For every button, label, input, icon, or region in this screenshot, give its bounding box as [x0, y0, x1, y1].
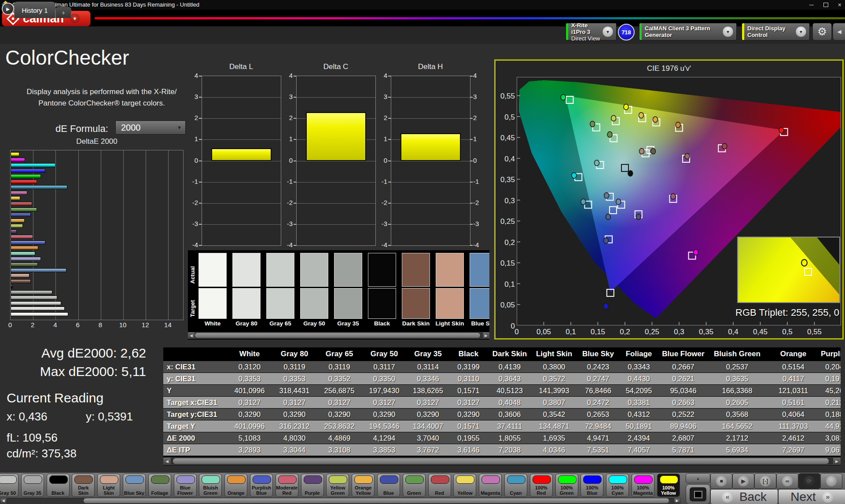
tab-overflow-button[interactable]: ▶: [2, 3, 14, 15]
toolbar-scrollbar-thumb[interactable]: [84, 498, 669, 503]
pattern-color-chip: [24, 475, 42, 484]
table-cell: 0,3352: [317, 373, 362, 384]
pattern-color-chip: [100, 475, 118, 484]
delta-mini-chart: [391, 76, 470, 246]
pattern-color-chip: [304, 475, 322, 484]
collapse-panel-button[interactable]: ◀: [833, 23, 845, 40]
pattern-button-blue-sky[interactable]: Blue Sky: [123, 474, 146, 497]
cie-y-tick: 0,45: [496, 134, 515, 142]
pattern-button-red[interactable]: Red: [428, 474, 451, 497]
pattern-button-bluish-green[interactable]: Bluish Green: [199, 474, 222, 497]
pattern-button-100-green[interactable]: 100% Green: [555, 474, 578, 497]
extra-button[interactable]: [820, 473, 842, 489]
pattern-button-100-blue[interactable]: 100% Blue: [580, 474, 603, 497]
refresh-button[interactable]: ⟳: [798, 473, 820, 489]
table-scrollbar-thumb[interactable]: [173, 458, 829, 464]
table-cell: 4,8030: [272, 432, 317, 444]
pattern-button-black[interactable]: Black: [47, 474, 70, 497]
swatch-label: Gray 65: [263, 320, 298, 329]
tick-mark: [388, 76, 391, 77]
mini-y-tick: -3: [473, 220, 486, 227]
pattern-button-dark-skin[interactable]: Dark Skin: [72, 474, 95, 497]
scroll-right-button[interactable]: ▶: [483, 332, 489, 339]
table-cell: 89,9406: [658, 420, 709, 432]
tick-mark: [470, 245, 473, 246]
close-icon[interactable]: ×: [838, 0, 841, 10]
pattern-button-yellow[interactable]: Yellow: [453, 474, 476, 497]
table-cell: 401,0996: [227, 420, 272, 432]
de-formula-select[interactable]: 2000 ▼: [115, 121, 186, 135]
settings-button[interactable]: ⚙: [812, 23, 832, 40]
maximize-icon[interactable]: [823, 3, 828, 7]
table-cell: 0,2472: [577, 397, 620, 408]
strip-scrollbar-thumb[interactable]: [195, 333, 480, 338]
pattern-button-magenta[interactable]: Magenta: [479, 474, 502, 497]
title-bar: Calman 2025 Calman Ultimate for Business…: [0, 0, 845, 10]
display-control-dropdown[interactable]: Direct Display Control ▼: [742, 23, 810, 40]
scroll-left-button[interactable]: ◀: [188, 332, 195, 339]
scroll-right-button[interactable]: ▶: [674, 498, 680, 504]
add-tab-button[interactable]: +: [55, 7, 71, 18]
next-button[interactable]: Next »: [778, 489, 845, 504]
pattern-button-100-cyan[interactable]: 100% Cyan: [606, 474, 629, 497]
pattern-button-100-red[interactable]: 100% Red: [530, 474, 553, 497]
pattern-button-gray-50[interactable]: Gray 50: [0, 474, 18, 497]
pattern-button-moderate-red[interactable]: Moderate Red: [276, 474, 298, 497]
stop-button[interactable]: ■: [710, 473, 732, 489]
pattern-button-foliage[interactable]: Foliage: [148, 474, 171, 497]
mini-chart-title: Delta L: [202, 62, 281, 71]
pattern-button-100-magenta[interactable]: 100% Magenta: [632, 474, 654, 497]
exposure-badge[interactable]: 718: [618, 24, 635, 40]
pattern-color-chip: [74, 475, 93, 484]
pattern-generator-dropdown[interactable]: CalMAN Client 3 Pattern Generator ▼: [639, 23, 737, 40]
expand-toolbar-button[interactable]: ▲: [686, 473, 710, 483]
gridline: [297, 182, 375, 183]
minimize-icon[interactable]: [809, 5, 814, 5]
pattern-label: 100% Red: [530, 486, 552, 496]
measured-point: [671, 194, 676, 199]
table-cell: 0,3127: [449, 397, 488, 408]
back-button[interactable]: « Back: [710, 489, 778, 504]
frame-button[interactable]: [-]: [754, 473, 776, 489]
pattern-button-gray-35[interactable]: Gray 35: [21, 474, 44, 497]
table-cell: 0,3127: [362, 397, 407, 408]
table-cell: 0,3117: [362, 361, 407, 373]
pattern-button-green[interactable]: Green: [403, 474, 426, 497]
pattern-button-purplish-blue[interactable]: Purplish Blue: [250, 474, 273, 497]
pattern-button-cyan[interactable]: Cyan: [504, 474, 527, 497]
stop-pattern-button[interactable]: [686, 484, 710, 504]
pattern-button-blue[interactable]: Blue: [377, 474, 400, 497]
mini-y-tick: -4: [473, 241, 486, 248]
table-cell: 5,6934: [709, 444, 766, 456]
table-cell: 2,4612: [766, 432, 821, 444]
scroll-right-button[interactable]: ▶: [833, 457, 841, 465]
pattern-label: Yellow Green: [327, 486, 349, 496]
pattern-button-orange[interactable]: Orange: [224, 474, 247, 497]
tick-mark: [388, 245, 391, 246]
rgb-triplet-label: RGB Triplet: 255, 255, 0: [735, 307, 843, 318]
meter-dropdown[interactable]: X-Rite i1Pro 3Direct View ▼: [566, 23, 617, 40]
deltae-chart: [10, 150, 184, 320]
pattern-button-light-skin[interactable]: Light Skin: [97, 474, 120, 497]
scroll-left-button[interactable]: ◀: [163, 457, 171, 465]
gridline: [202, 139, 281, 140]
play-button[interactable]: ▶: [732, 473, 754, 489]
scroll-left-button[interactable]: ◀: [0, 498, 7, 504]
target-swatch: [368, 288, 396, 319]
stop-frame: [690, 487, 706, 501]
table-cell: 76,8466: [577, 385, 620, 396]
pattern-label: Foliage: [149, 491, 171, 496]
mini-y-tick: -2: [185, 199, 198, 206]
pattern-button-100-yellow[interactable]: 100% Yellow: [657, 474, 680, 497]
pattern-button-blue-flower[interactable]: Blue Flower: [174, 474, 197, 497]
pattern-button-orange-yellow[interactable]: Orange Yellow: [352, 474, 375, 497]
pattern-color-chip: [660, 475, 678, 484]
back-arrow-icon: «: [722, 491, 733, 503]
table-cell: 0,3353: [272, 373, 317, 384]
next-arrow-icon: »: [822, 491, 834, 503]
column-header: Black: [449, 348, 488, 360]
pattern-button-purple[interactable]: Purple: [301, 474, 324, 497]
continuous-button[interactable]: ∞: [776, 473, 798, 489]
tab-history-1[interactable]: History 1: [14, 2, 55, 18]
pattern-button-yellow-green[interactable]: Yellow Green: [326, 474, 349, 497]
